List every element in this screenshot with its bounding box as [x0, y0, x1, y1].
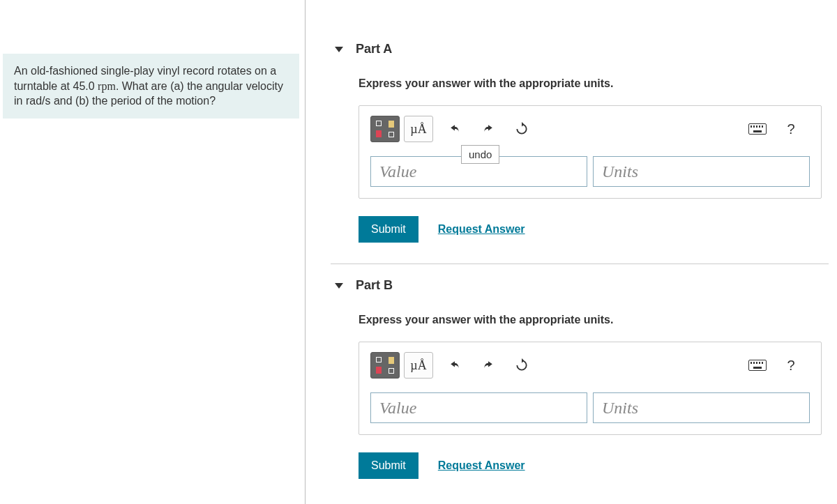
- help-button[interactable]: ?: [776, 116, 806, 142]
- chevron-down-icon: [335, 283, 343, 289]
- redo-button[interactable]: [474, 352, 503, 379]
- part-b-request-answer-link[interactable]: Request Answer: [438, 459, 525, 472]
- redo-button[interactable]: [474, 116, 503, 142]
- redo-icon: [481, 122, 495, 136]
- part-b-submit-button[interactable]: Submit: [359, 452, 418, 479]
- templates-button[interactable]: [370, 352, 400, 379]
- templates-icon: [376, 357, 394, 374]
- undo-icon: [448, 122, 462, 136]
- help-icon: ?: [787, 358, 794, 374]
- undo-button[interactable]: [440, 116, 469, 142]
- help-icon: ?: [787, 121, 794, 137]
- redo-icon: [481, 358, 495, 372]
- reset-icon: [515, 122, 529, 136]
- chevron-down-icon: [335, 47, 343, 52]
- templates-button[interactable]: [370, 116, 400, 142]
- part-a-units-input[interactable]: [593, 156, 810, 187]
- symbols-button[interactable]: µÅ: [404, 352, 433, 379]
- keyboard-button[interactable]: [743, 116, 772, 142]
- templates-icon: [376, 121, 394, 137]
- part-b-answer-box: µÅ: [359, 342, 822, 435]
- part-b-header[interactable]: Part B: [331, 264, 829, 307]
- question-rpm: rpm: [98, 80, 116, 92]
- part-a-header[interactable]: Part A: [331, 28, 829, 70]
- mu-angstrom-icon: µÅ: [410, 358, 426, 373]
- part-a-instruction: Express your answer with the appropriate…: [359, 77, 822, 90]
- part-b-body: Express your answer with the appropriate…: [331, 307, 829, 500]
- part-a-title: Part A: [356, 42, 392, 56]
- keyboard-icon: [748, 123, 767, 135]
- mu-angstrom-icon: µÅ: [410, 122, 426, 137]
- reset-button[interactable]: [507, 116, 536, 142]
- part-b-value-input[interactable]: [370, 392, 587, 423]
- question-text: An old-fashioned single-play vinyl recor…: [3, 54, 299, 119]
- part-b-instruction: Express your answer with the appropriate…: [359, 314, 822, 326]
- reset-button[interactable]: [507, 352, 536, 379]
- keyboard-icon: [748, 360, 767, 371]
- part-a-body: Express your answer with the appropriate…: [331, 70, 829, 264]
- part-b-units-input[interactable]: [593, 392, 810, 423]
- symbols-button[interactable]: µÅ: [404, 116, 433, 142]
- part-b-toolbar: µÅ: [370, 352, 810, 379]
- part-a-submit-button[interactable]: Submit: [359, 216, 418, 243]
- part-a-section: Part A Express your answer with the appr…: [331, 28, 829, 264]
- help-button[interactable]: ?: [776, 352, 806, 379]
- reset-icon: [515, 358, 529, 372]
- part-a-answer-box: µÅ: [359, 105, 822, 199]
- part-b-section: Part B Express your answer with the appr…: [331, 264, 829, 500]
- undo-button[interactable]: [440, 352, 469, 379]
- undo-tooltip: undo: [461, 145, 499, 164]
- keyboard-button[interactable]: [743, 352, 772, 379]
- undo-icon: [448, 358, 462, 372]
- part-a-toolbar: µÅ: [370, 116, 810, 142]
- part-a-request-answer-link[interactable]: Request Answer: [438, 223, 525, 236]
- part-b-title: Part B: [356, 278, 393, 293]
